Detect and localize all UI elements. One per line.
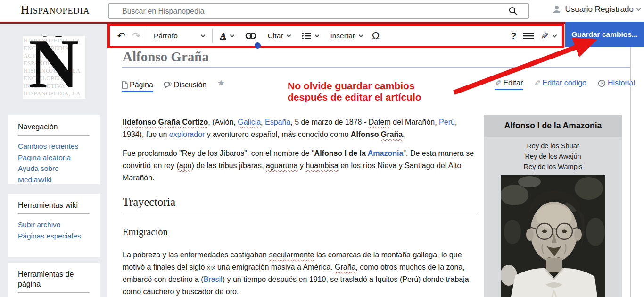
user-menu-label: Usuario Registrado — [565, 5, 634, 14]
chevron-down-icon — [287, 33, 291, 37]
tab-pagina[interactable]: Página — [122, 81, 153, 92]
text-run: y — [298, 161, 306, 170]
bullet-list-icon — [302, 32, 311, 40]
app-window: Hispanopedia Usuario Registrado HISPANOP… — [0, 0, 644, 297]
watch-star-icon[interactable]: ★ — [217, 77, 225, 92]
text-run: una emigración masiva a América. — [215, 263, 335, 271]
text-run: , 5 de marzo de 1878 - — [290, 118, 368, 126]
tab-label: Historial — [608, 79, 635, 87]
cite-label: Citar — [268, 32, 283, 40]
text-run: Datem — [369, 118, 391, 126]
editor-mode-dropdown[interactable]: ✎ — [536, 28, 558, 44]
subsection-heading-emigracion: Emigración — [123, 227, 168, 238]
sidebar: HISPANOPEDIA, LA ENCICLOPEDIA ACTIVA EN … — [0, 24, 107, 297]
chevron-down-icon — [636, 6, 641, 11]
sidebar-link-pagina-aleatoria[interactable]: Página aleatoria — [18, 152, 90, 163]
chevron-down-icon — [201, 33, 206, 37]
sidebar-section-navegacion: Navegación Cambios recientes Página alea… — [8, 115, 100, 184]
talk-icon — [164, 81, 172, 89]
text-run: secularmente — [269, 251, 314, 259]
pencil-code-icon: ✎ — [534, 78, 540, 87]
user-menu[interactable]: Usuario Registrado — [552, 5, 640, 14]
sidebar-section-title: Navegación — [18, 122, 90, 136]
annotation-note: No olvide guardar cambios después de edi… — [288, 80, 421, 103]
page-tabs: Página Discusión ★ — [122, 77, 225, 92]
infobox-row: Rey de los Wampis — [484, 161, 622, 172]
site-logo[interactable]: Hispanopedia — [21, 3, 90, 17]
article-link[interactable]: Perú — [439, 118, 455, 126]
link-icon — [245, 32, 257, 40]
search-icon[interactable] — [509, 7, 518, 16]
sidebar-section-herramientas-pagina: Herramientas de página — [8, 263, 100, 297]
sidebar-link-subir-archivo[interactable]: Subir archivo — [18, 219, 90, 230]
menu-button[interactable] — [521, 28, 536, 44]
paragraph-format-label: Párrafo — [154, 32, 178, 40]
text-run: Ildefonso Graña Cortizo — [123, 118, 208, 126]
sidebar-links: Cambios recientes Página aleatoria Ayuda… — [18, 141, 90, 185]
page-title: Alfonso Graña — [123, 49, 209, 65]
annotation-highlight-box: ↶ ↷ Párrafo A Citar — [107, 24, 564, 48]
annotation-line: No olvide guardar cambios — [288, 80, 421, 92]
undo-button[interactable]: ↶ — [114, 28, 129, 44]
redo-button[interactable]: ↷ — [129, 28, 144, 44]
sidebar-section-herramientas-wiki: Herramientas wiki Subir archivo Páginas … — [8, 194, 100, 257]
text-run: apu — [179, 161, 192, 170]
text-style-icon: A — [220, 31, 226, 41]
article-link[interactable]: Galicia — [238, 118, 261, 126]
tab-editar-codigo[interactable]: ✎ Editar código — [534, 78, 586, 90]
clock-icon — [598, 79, 606, 87]
cite-dropdown[interactable]: Citar — [262, 28, 297, 44]
tab-label: Página — [130, 81, 153, 89]
sidebar-link-cambios-recientes[interactable]: Cambios recientes — [18, 141, 90, 152]
user-icon — [552, 5, 561, 14]
search-input[interactable] — [108, 3, 529, 19]
tab-editar[interactable]: ✎ Editar — [495, 78, 523, 90]
sidebar-link-ayuda-mediawiki[interactable]: Ayuda sobre MediaWiki — [18, 163, 90, 185]
toolbar-divider — [212, 29, 213, 43]
sidebar-link-paginas-especiales[interactable]: Páginas especiales — [18, 230, 90, 242]
content-edge-divider — [630, 47, 631, 297]
infobox-title: Alfonso I de la Amazonia — [484, 115, 622, 137]
article-link[interactable]: España — [265, 118, 290, 126]
text-run: y aventurero español, más conocido como — [205, 130, 351, 138]
wiki-logo[interactable]: HISPANOPEDIA, LA ENCICLOPEDIA ACTIVA EN … — [23, 36, 85, 99]
article-link[interactable]: explorador — [169, 130, 205, 138]
infobox-portrait-photo — [501, 175, 605, 297]
text-run: La pobreza y las enfermedades castigaban — [123, 251, 269, 259]
pencil-icon: ✎ — [495, 78, 501, 87]
insert-label: Insertar — [330, 32, 355, 40]
text-run: . — [403, 130, 405, 138]
toolbar-divider — [146, 29, 146, 43]
infobox: Alfonso I de la Amazonia Rey de los Shua… — [484, 115, 622, 297]
chevron-down-icon — [230, 33, 234, 37]
text-run: xix — [207, 263, 215, 271]
tab-historial[interactable]: Historial — [598, 79, 635, 90]
help-button[interactable]: ? — [506, 28, 521, 44]
article-paragraph[interactable]: Ildefonso Graña Cortizo, (Avión, Galicia… — [123, 116, 479, 141]
special-character-button[interactable]: Ω — [368, 28, 383, 44]
article-paragraph[interactable]: La pobreza y las enfermedades castigaban… — [123, 249, 479, 297]
chevron-down-icon — [359, 33, 363, 37]
annotation-line: después de editar el artículo — [288, 92, 421, 103]
article-link[interactable]: Brasil — [204, 275, 223, 283]
save-changes-button[interactable]: Guardar cambios... — [565, 22, 644, 47]
tab-label: Discusión — [174, 81, 206, 89]
link-button[interactable] — [243, 28, 258, 44]
text-style-dropdown[interactable]: A — [215, 28, 239, 44]
title-underline — [122, 67, 630, 68]
sidebar-section-title: Herramientas de página — [18, 269, 90, 293]
tab-label: Editar código — [543, 79, 586, 87]
list-format-dropdown[interactable] — [296, 28, 324, 44]
logo-letter: Ñ — [23, 36, 85, 99]
insert-dropdown[interactable]: Insertar — [324, 28, 368, 44]
infobox-row: Rey de los Shuar — [484, 141, 622, 151]
tab-discusion[interactable]: Discusión — [164, 81, 206, 92]
chevron-down-icon — [315, 33, 320, 37]
editor-toolbar: ↶ ↷ Párrafo A Citar — [110, 26, 562, 46]
search-bar — [108, 3, 529, 19]
article-paragraph[interactable]: Fue proclamado "Rey de los Jíbaros", con… — [123, 147, 479, 184]
article-link[interactable]: Amazonia — [368, 149, 404, 157]
text-run: , (Avión, — [208, 118, 238, 126]
paragraph-format-dropdown[interactable]: Párrafo — [148, 28, 210, 44]
text-run: huambisa — [305, 161, 338, 170]
